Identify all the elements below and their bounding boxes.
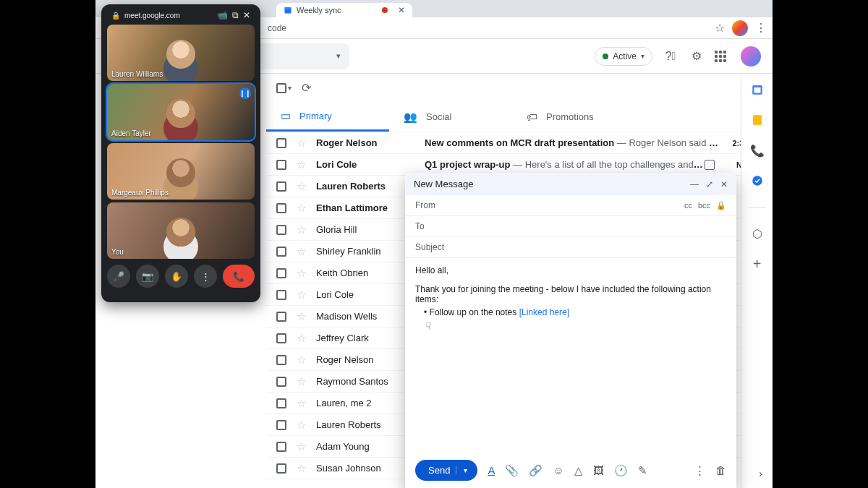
linked-here-link[interactable]: [Linked here] xyxy=(519,307,569,317)
row-checkbox[interactable] xyxy=(276,420,286,430)
star-icon[interactable]: ☆ xyxy=(297,375,306,388)
star-icon[interactable]: ☆ xyxy=(297,310,306,323)
meet-pip-window[interactable]: 🔒 meet.google.com 📹 ⧉ ✕ Lauren Williams … xyxy=(101,4,260,302)
more-options-icon[interactable]: ⋮ xyxy=(694,464,705,477)
row-checkbox[interactable] xyxy=(276,225,286,235)
close-icon[interactable]: ✕ xyxy=(720,179,728,189)
row-checkbox[interactable] xyxy=(276,312,286,322)
camera-icon[interactable]: 📹 xyxy=(217,10,228,20)
row-checkbox[interactable] xyxy=(276,442,286,452)
star-icon[interactable]: ☆ xyxy=(297,158,306,171)
camera-button[interactable]: 📷 xyxy=(136,265,159,288)
bookmark-star-icon[interactable]: ☆ xyxy=(715,21,725,35)
phone-app-icon[interactable]: 📞 xyxy=(750,143,765,158)
return-tab-icon[interactable]: ⧉ xyxy=(232,10,239,20)
select-all-checkbox[interactable]: ▾ xyxy=(276,83,292,93)
send-button[interactable]: Send▾ xyxy=(415,460,477,481)
browser-menu-icon[interactable]: ⋮ xyxy=(755,21,767,35)
compose-header[interactable]: New Message — ⤢ ✕ xyxy=(405,173,736,195)
star-icon[interactable]: ☆ xyxy=(297,180,306,193)
tab-social[interactable]: 👥 Social xyxy=(389,102,512,132)
fullscreen-icon[interactable]: ⤢ xyxy=(706,179,713,189)
mail-toolbar: ▾ ⟳ ‹ › xyxy=(266,74,773,102)
collapse-panel-icon[interactable]: › xyxy=(759,468,762,479)
row-checkbox[interactable] xyxy=(276,160,286,170)
row-checkbox[interactable] xyxy=(276,181,286,192)
participant-tile[interactable]: ❙❙Aiden Tayler xyxy=(107,84,255,140)
cc-link[interactable]: cc xyxy=(684,201,692,210)
apps-grid-icon[interactable] xyxy=(715,51,731,62)
attach-icon[interactable]: 📎 xyxy=(505,464,519,477)
row-checkbox[interactable] xyxy=(276,268,286,278)
refresh-icon[interactable]: ⟳ xyxy=(302,81,311,95)
help-icon[interactable]: ?⃝ xyxy=(663,50,678,63)
star-icon[interactable]: ☆ xyxy=(297,462,306,475)
browser-profile-avatar[interactable] xyxy=(732,20,748,36)
addons-icon[interactable]: ⬡ xyxy=(750,226,765,241)
keep-app-icon[interactable] xyxy=(750,113,765,127)
star-icon[interactable]: ☆ xyxy=(297,419,306,432)
star-icon[interactable]: ☆ xyxy=(297,332,306,345)
mail-row[interactable]: ☆ Roger Nelson New comments on MCR draft… xyxy=(266,132,773,154)
meet-controls: 🎤 📷 ✋ ⋮ 📞 xyxy=(107,259,255,288)
search-options-icon[interactable]: ▾ xyxy=(336,51,341,61)
participant-tile[interactable]: You xyxy=(107,202,255,259)
calendar-app-icon[interactable] xyxy=(750,82,765,97)
svg-point-5 xyxy=(752,176,762,186)
side-panel: 📞 ⬡ + › xyxy=(741,74,773,488)
participant-tile[interactable]: Lauren Williams xyxy=(107,25,255,81)
star-icon[interactable]: ☆ xyxy=(297,245,306,258)
row-checkbox[interactable] xyxy=(276,203,286,213)
signature-icon[interactable]: ✎ xyxy=(638,464,647,477)
row-checkbox[interactable] xyxy=(276,333,286,343)
hangup-button[interactable]: 📞 xyxy=(223,265,255,288)
send-options-icon[interactable]: ▾ xyxy=(456,466,475,474)
link-icon[interactable]: 🔗 xyxy=(529,464,542,477)
tab-promotions[interactable]: 🏷 Promotions xyxy=(512,102,635,132)
account-avatar[interactable] xyxy=(741,46,761,67)
star-icon[interactable]: ☆ xyxy=(297,223,306,236)
row-checkbox[interactable] xyxy=(276,138,286,148)
status-chip[interactable]: Active ▾ xyxy=(595,47,652,66)
more-button[interactable]: ⋮ xyxy=(194,265,217,288)
star-icon[interactable]: ☆ xyxy=(297,267,306,280)
close-pip-icon[interactable]: ✕ xyxy=(243,10,250,20)
emoji-icon[interactable]: ☺ xyxy=(553,464,563,476)
tab-primary[interactable]: ▭ Primary xyxy=(266,102,389,132)
add-icon[interactable]: + xyxy=(750,257,765,271)
row-checkbox[interactable] xyxy=(276,377,286,387)
bcc-link[interactable]: bcc xyxy=(698,201,710,210)
category-tabs: ▭ Primary 👥 Social 🏷 Promotions xyxy=(266,102,773,132)
format-icon[interactable]: A xyxy=(488,464,495,476)
star-icon[interactable]: ☆ xyxy=(297,440,306,453)
row-checkbox[interactable] xyxy=(276,355,286,365)
compose-from-field[interactable]: From cc bcc 🔒 xyxy=(405,195,736,216)
row-checkbox[interactable] xyxy=(276,247,286,257)
compose-to-field[interactable]: To xyxy=(405,216,736,237)
star-icon[interactable]: ☆ xyxy=(297,288,306,301)
row-checkbox[interactable] xyxy=(276,463,286,474)
lock-icon[interactable]: 🔒 xyxy=(716,201,726,210)
discard-icon[interactable]: 🗑 xyxy=(715,464,726,477)
star-icon[interactable]: ☆ xyxy=(297,137,306,150)
minimize-icon[interactable]: — xyxy=(690,179,699,189)
settings-gear-icon[interactable]: ⚙ xyxy=(689,49,705,63)
tab-close-icon[interactable]: ✕ xyxy=(398,5,405,15)
people-icon: 👥 xyxy=(404,111,417,124)
compose-body[interactable]: Hello all, Thank you for joining the mee… xyxy=(405,258,736,453)
image-icon[interactable]: 🖼 xyxy=(593,464,604,476)
confidential-icon[interactable]: 🕐 xyxy=(614,464,628,477)
compose-subject-field[interactable]: Subject xyxy=(405,237,736,258)
star-icon[interactable]: ☆ xyxy=(297,202,306,215)
star-icon[interactable]: ☆ xyxy=(297,397,306,410)
drive-icon[interactable]: △ xyxy=(574,464,583,477)
participant-tile[interactable]: Margeaux Phillips xyxy=(107,143,255,200)
browser-tab[interactable]: Weekly sync ✕ xyxy=(276,3,412,17)
row-checkbox[interactable] xyxy=(276,398,286,408)
star-icon[interactable]: ☆ xyxy=(297,354,306,367)
raise-hand-button[interactable]: ✋ xyxy=(165,265,188,288)
row-checkbox[interactable] xyxy=(276,290,286,300)
calendar-favicon xyxy=(284,6,292,14)
mic-button[interactable]: 🎤 xyxy=(107,265,130,288)
tasks-app-icon[interactable] xyxy=(750,174,765,188)
